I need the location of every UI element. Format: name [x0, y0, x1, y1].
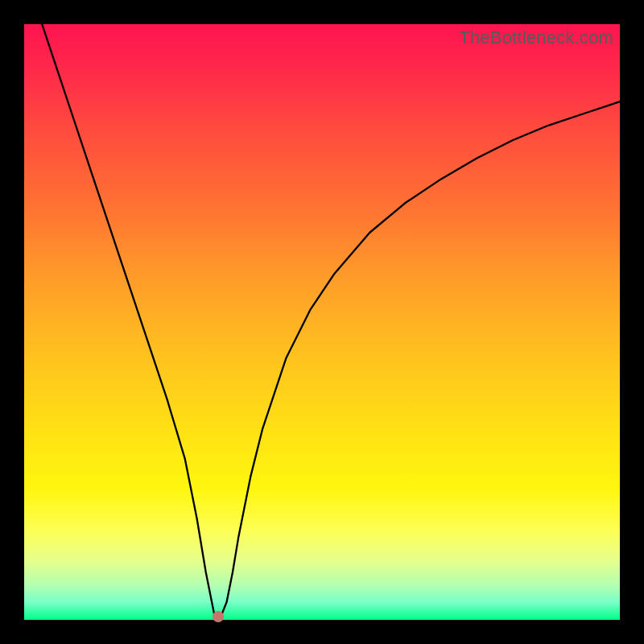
- plot-area: TheBottleneck.com: [24, 24, 620, 620]
- chart-outer-frame: TheBottleneck.com: [0, 0, 644, 644]
- bottleneck-curve: [24, 24, 620, 620]
- minimum-marker-dot: [213, 611, 224, 622]
